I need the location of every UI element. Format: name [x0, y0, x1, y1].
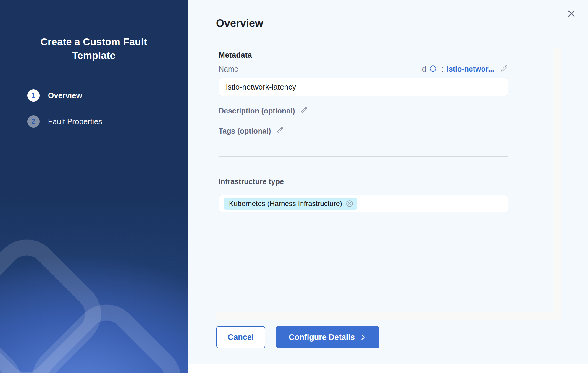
page-title: Overview	[216, 17, 263, 30]
info-icon[interactable]	[429, 65, 437, 74]
close-icon[interactable]	[566, 8, 577, 20]
footer-actions: Cancel Configure Details	[216, 326, 379, 348]
chip-label: Kubernetes (Harness Infrastructure)	[229, 200, 342, 208]
section-divider	[219, 156, 508, 157]
edit-id-icon[interactable]	[500, 64, 508, 74]
edit-description-icon[interactable]	[300, 106, 308, 116]
page-bottom-strip	[188, 364, 588, 373]
metadata-section-title: Metadata	[219, 51, 553, 60]
description-row: Description (optional)	[219, 106, 553, 116]
wizard-sidebar: Create a Custom Fault Template 1 Overvie…	[0, 0, 188, 373]
step-1-circle: 1	[27, 89, 40, 102]
description-label: Description (optional)	[219, 107, 295, 115]
infrastructure-type-label: Infrastructure type	[219, 177, 553, 186]
create-fault-template-modal: Create a Custom Fault Template 1 Overvie…	[0, 0, 588, 373]
edit-tags-icon[interactable]	[276, 126, 284, 136]
overview-form: Metadata Name Id	[216, 48, 553, 312]
step-2-label: Fault Properties	[48, 117, 102, 126]
scrollbar-corner	[553, 312, 561, 320]
id-label: Id	[420, 65, 426, 73]
overview-panel: Overview Metadata Name Id	[188, 0, 588, 373]
overview-scroll-area: Metadata Name Id	[216, 48, 561, 320]
infrastructure-type-field[interactable]: Kubernetes (Harness Infrastructure)	[219, 195, 508, 212]
wizard-title: Create a Custom Fault Template	[29, 35, 159, 62]
tags-row: Tags (optional)	[219, 126, 553, 136]
chevron-right-icon	[359, 333, 367, 341]
horizontal-scrollbar[interactable]	[216, 312, 553, 320]
step-fault-properties[interactable]: 2 Fault Properties	[27, 115, 188, 128]
id-value-link[interactable]: istio-networ...	[447, 65, 494, 73]
name-input[interactable]	[219, 78, 508, 96]
id-colon: :	[442, 65, 444, 73]
name-label: Name	[219, 65, 238, 73]
step-overview[interactable]: 1 Overview	[27, 89, 188, 102]
vertical-scrollbar[interactable]	[553, 48, 561, 312]
name-id-row: Name Id : istio-networ..	[219, 64, 508, 74]
infrastructure-chip: Kubernetes (Harness Infrastructure)	[224, 198, 357, 210]
configure-details-button[interactable]: Configure Details	[276, 326, 379, 348]
tags-label: Tags (optional)	[219, 127, 271, 135]
cancel-button[interactable]: Cancel	[216, 326, 265, 348]
configure-details-label: Configure Details	[289, 333, 355, 342]
chip-remove-icon[interactable]	[346, 200, 353, 207]
wizard-steps: 1 Overview 2 Fault Properties	[0, 89, 188, 128]
id-display: Id : istio-networ...	[420, 64, 508, 74]
step-1-label: Overview	[48, 91, 82, 100]
step-2-circle: 2	[27, 115, 40, 128]
